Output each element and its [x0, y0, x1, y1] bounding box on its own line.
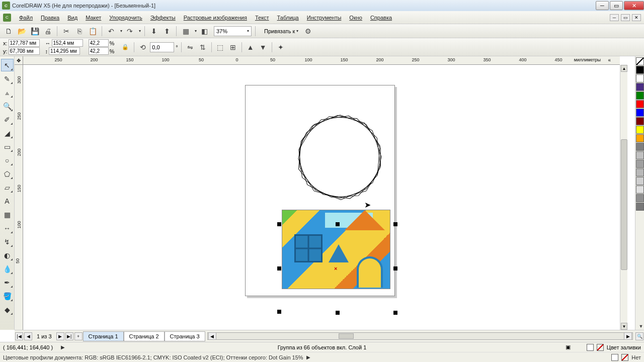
bitmap-image[interactable]	[282, 210, 390, 289]
copy-icon[interactable]: ⎘	[74, 26, 85, 37]
add-page-icon[interactable]: +	[74, 332, 83, 340]
export-icon[interactable]: ⬆	[162, 26, 173, 37]
menu-bitmaps[interactable]: Растровые изображения	[180, 14, 251, 22]
color-swatch[interactable]	[636, 109, 644, 117]
menu-window[interactable]: Окно	[345, 14, 366, 22]
menu-effects[interactable]: Эффекты	[146, 14, 180, 22]
scroll-thumb[interactable]	[339, 333, 354, 339]
zoom-page-icon[interactable]: 🔍	[635, 332, 643, 340]
first-page-icon[interactable]: |◀	[15, 332, 23, 340]
connector-tool-icon[interactable]: ↯	[1, 235, 14, 248]
color-swatch[interactable]	[636, 177, 644, 185]
no-outline-icon[interactable]	[621, 354, 628, 361]
lock-ratio-icon[interactable]: 🔒	[120, 42, 131, 53]
x-input[interactable]	[9, 39, 40, 47]
width-input[interactable]	[52, 39, 83, 47]
rotation-input[interactable]	[150, 42, 174, 52]
menu-arrange[interactable]: Упорядочить	[105, 14, 146, 22]
vertical-ruler[interactable]: 30025020015010050	[15, 65, 23, 330]
vertical-scrollbar[interactable]: ▲ ▼	[620, 65, 627, 330]
fill-tool-icon[interactable]: 🪣	[1, 290, 14, 302]
crop-tool-icon[interactable]: ⟁	[1, 86, 14, 99]
interactive-tool-icon[interactable]: ◐	[1, 249, 14, 261]
menu-edit[interactable]: Правка	[37, 14, 63, 22]
selection-handle[interactable]	[277, 266, 281, 270]
maximize-button[interactable]: ▭	[610, 1, 623, 10]
mirror-v-icon[interactable]: ⇅	[197, 42, 208, 53]
outline-swatch-icon[interactable]	[611, 354, 618, 361]
color-swatch[interactable]	[636, 92, 644, 100]
interactive-fill-icon[interactable]: ◆	[1, 303, 14, 316]
menu-file[interactable]: Файл	[15, 14, 37, 22]
open-icon[interactable]: 📂	[16, 26, 27, 37]
selection-handle[interactable]	[277, 310, 281, 314]
cut-icon[interactable]: ✂	[61, 26, 72, 37]
save-icon[interactable]: 💾	[29, 26, 40, 37]
selection-handle[interactable]	[336, 222, 340, 226]
color-swatch[interactable]	[636, 186, 644, 194]
welcome-icon[interactable]: ◧	[199, 26, 210, 37]
color-swatch[interactable]	[636, 74, 644, 82]
color-swatch[interactable]	[636, 100, 644, 108]
snap-to-dropdown[interactable]: Привязать к ▾	[262, 27, 300, 35]
minimize-button[interactable]: ─	[596, 1, 609, 10]
scroll-right-icon[interactable]: ▶	[624, 332, 632, 340]
print-icon[interactable]: 🖨	[42, 26, 53, 37]
y-input[interactable]	[9, 47, 40, 55]
close-button[interactable]: ✕	[624, 1, 644, 10]
to-back-icon[interactable]: ▼	[258, 42, 269, 53]
color-swatch[interactable]	[636, 126, 644, 134]
page-tab-2[interactable]: Страница 2	[124, 331, 165, 341]
text-tool-icon[interactable]: A	[1, 195, 14, 207]
horizontal-scrollbar[interactable]: ◀ ▶	[207, 332, 633, 340]
play-icon[interactable]: ▶	[306, 354, 310, 360]
prev-page-icon[interactable]: ◀	[24, 332, 32, 340]
undo-icon[interactable]: ↶	[106, 26, 117, 37]
page-tab-3[interactable]: Страница 3	[165, 331, 205, 341]
no-fill-icon[interactable]	[597, 344, 604, 351]
selection-handle[interactable]	[393, 266, 397, 270]
ungroup-all-icon[interactable]: ⊞	[227, 42, 238, 53]
fill-swatch-icon[interactable]	[587, 344, 594, 351]
doc-color-icon[interactable]: ▣	[566, 344, 571, 350]
rectangle-tool-icon[interactable]: ▭	[1, 140, 14, 153]
scroll-left-icon[interactable]: ◀	[208, 332, 216, 340]
smart-fill-icon[interactable]: ◢	[1, 127, 14, 139]
menu-view[interactable]: Вид	[63, 14, 82, 22]
no-color-swatch[interactable]	[636, 57, 644, 65]
mdi-minimize[interactable]: ─	[610, 14, 619, 21]
freehand-tool-icon[interactable]: ✐	[1, 113, 14, 126]
color-swatch[interactable]	[636, 194, 644, 202]
ruler-origin[interactable]: ✥	[15, 56, 23, 65]
play-icon[interactable]: ▶	[61, 344, 65, 350]
convert-curves-icon[interactable]: ✦	[275, 42, 286, 53]
scale-x-input[interactable]	[89, 39, 109, 47]
mdi-restore[interactable]: ▭	[621, 14, 630, 21]
ellipse-tool-icon[interactable]: ○	[1, 154, 14, 166]
options-icon[interactable]: ⚙	[302, 26, 313, 37]
next-page-icon[interactable]: ▶	[56, 332, 64, 340]
shape-tool-icon[interactable]: ✎	[1, 72, 14, 85]
color-swatch[interactable]	[636, 83, 644, 91]
zoom-combo[interactable]: 37% ▾	[214, 26, 252, 36]
dimension-tool-icon[interactable]: ↔	[1, 222, 14, 234]
selection-handle[interactable]	[336, 311, 340, 315]
undo-dropdown-icon[interactable]: ▾	[120, 29, 122, 33]
ungroup-icon[interactable]: ⬚	[215, 42, 226, 53]
color-swatch[interactable]	[636, 160, 644, 168]
new-icon[interactable]: 🗋	[3, 26, 14, 37]
mdi-close[interactable]: ✕	[632, 14, 641, 21]
selection-handle[interactable]	[277, 222, 281, 226]
height-input[interactable]	[49, 47, 80, 55]
menu-tools[interactable]: Инструменты	[303, 14, 346, 22]
ruler-collapse-icon[interactable]: «	[608, 57, 611, 63]
redo-icon[interactable]: ↷	[124, 26, 135, 37]
last-page-icon[interactable]: ▶|	[65, 332, 73, 340]
scroll-down-icon[interactable]: ▼	[621, 323, 627, 330]
outline-tool-icon[interactable]: ✒	[1, 276, 14, 289]
import-icon[interactable]: ⬇	[148, 26, 159, 37]
palette-scroll-icon[interactable]: ▼	[635, 323, 644, 330]
canvas[interactable]: × ➤	[23, 65, 620, 330]
star-geometry[interactable]	[292, 113, 388, 198]
zoom-tool-icon[interactable]: 🔍	[1, 100, 14, 112]
